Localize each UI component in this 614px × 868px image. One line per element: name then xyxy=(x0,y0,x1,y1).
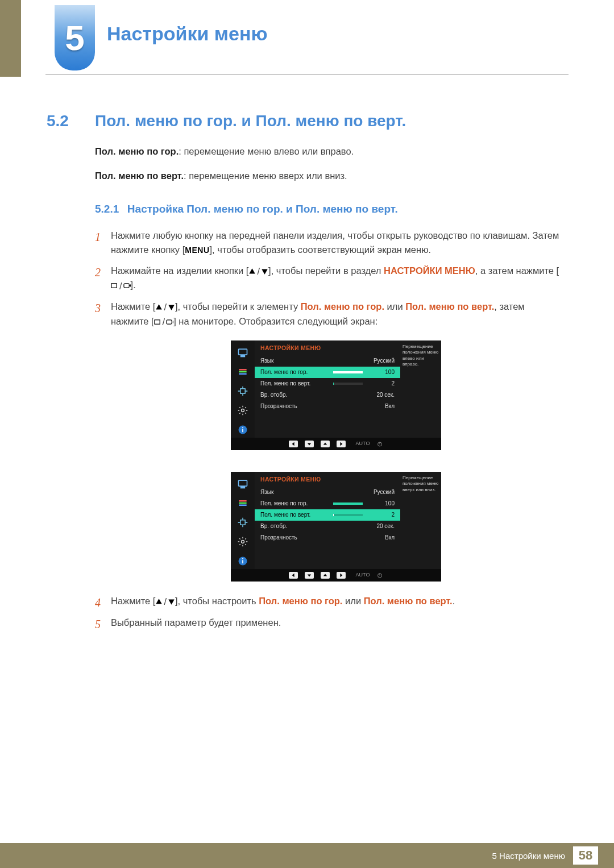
osd-label: Вр. отобр. xyxy=(260,522,329,530)
step3-b: ], чтобы перейти к элементу xyxy=(175,301,301,312)
chapter-title: Настройки меню xyxy=(107,23,267,45)
updown-icon: / xyxy=(155,300,175,314)
svg-rect-27 xyxy=(239,505,246,506)
picture-icon xyxy=(237,477,249,490)
nav-right-icon xyxy=(337,441,346,447)
osd-row-vpos: Пол. меню по верт.2 xyxy=(255,509,400,521)
osd-row-vpos: Пол. меню по верт.2 xyxy=(255,378,400,389)
osd-sidebar xyxy=(231,472,255,582)
osd-value: 20 сек. xyxy=(367,391,395,399)
step1-b: ], чтобы отобразить соответствующий экра… xyxy=(210,244,432,255)
intro-h-rest: : перемещение меню влево или вправо. xyxy=(179,146,354,156)
step2-a: Нажимайте на изделии кнопки [ xyxy=(111,265,248,276)
subsection-number: 5.2.1 xyxy=(95,203,119,215)
intro-vertical: Пол. меню по верт.: перемещение меню вве… xyxy=(95,169,561,183)
svg-rect-8 xyxy=(239,349,247,355)
step2-c: , а затем нажмите [ xyxy=(475,265,559,276)
step4-c: . xyxy=(453,596,455,606)
svg-marker-1 xyxy=(262,269,267,274)
step4-b: ], чтобы настроить xyxy=(175,596,259,606)
nav-left-icon xyxy=(289,441,298,447)
svg-marker-39 xyxy=(168,600,174,605)
svg-marker-5 xyxy=(168,305,174,310)
step3-or: или xyxy=(384,301,405,312)
step4-v: Пол. меню по верт. xyxy=(364,596,453,606)
svg-rect-3 xyxy=(124,284,129,288)
osd-value: Русский xyxy=(367,488,395,496)
osd-label: Пол. меню по верт. xyxy=(260,510,329,519)
chapter-tab: 5 xyxy=(55,5,95,70)
step5-text: Выбранный параметр будет применен. xyxy=(111,617,281,628)
osd-label: Пол. меню по верт. xyxy=(260,379,329,388)
osd-value: 2 xyxy=(367,379,395,388)
osd-row-lang: ЯзыкРусский xyxy=(255,487,400,498)
step-4: Нажмите [/], чтобы настроить Пол. меню п… xyxy=(95,594,561,609)
osd-value: 100 xyxy=(367,499,395,508)
svg-marker-35 xyxy=(323,574,326,576)
svg-rect-23 xyxy=(239,480,247,486)
body: Пол. меню по гор.: перемещение меню влев… xyxy=(95,144,561,637)
svg-rect-25 xyxy=(239,500,246,502)
step3-v: Пол. меню по верт. xyxy=(405,301,494,312)
nav-auto: AUTO xyxy=(356,571,370,579)
osd-sidebar xyxy=(231,340,255,450)
svg-marker-34 xyxy=(307,574,310,576)
osd-row-time: Вр. отобр.20 сек. xyxy=(255,521,400,532)
osd-title: НАСТРОЙКИ МЕНЮ xyxy=(255,340,400,355)
info-icon xyxy=(237,423,249,436)
osd-tip: Перемещение положения меню влево или впр… xyxy=(403,344,439,368)
osd-value: 20 сек. xyxy=(367,522,395,530)
section-title: Пол. меню по гор. и Пол. меню по верт. xyxy=(95,112,406,130)
svg-rect-7 xyxy=(167,320,172,324)
svg-point-29 xyxy=(242,541,244,543)
svg-rect-32 xyxy=(242,558,243,559)
osd-nav: AUTO xyxy=(231,438,441,450)
osd-main: НАСТРОЙКИ МЕНЮ ЯзыкРусский Пол. меню по … xyxy=(255,340,400,438)
nav-left-icon xyxy=(289,572,298,579)
step-5: Выбранный параметр будет применен. xyxy=(95,616,561,630)
svg-marker-4 xyxy=(156,305,162,310)
intro-horizontal: Пол. меню по гор.: перемещение меню влев… xyxy=(95,144,561,159)
power-icon xyxy=(376,568,383,583)
svg-rect-9 xyxy=(241,356,245,357)
step3-d: ] на мониторе. Отобразится следующий экр… xyxy=(173,316,377,326)
osd-vpos: НАСТРОЙКИ МЕНЮ ЯзыкРусский Пол. меню по … xyxy=(231,472,441,582)
intro-v-rest: : перемещение меню вверх или вниз. xyxy=(184,171,347,181)
osd-screenshots: НАСТРОЙКИ МЕНЮ ЯзыкРусский Пол. меню по … xyxy=(111,340,561,582)
color-icon xyxy=(237,497,249,509)
color-icon xyxy=(237,366,249,378)
svg-rect-31 xyxy=(242,560,243,563)
svg-marker-19 xyxy=(307,443,310,445)
svg-rect-2 xyxy=(111,284,117,288)
osd-label: Пол. меню по гор. xyxy=(260,368,329,376)
svg-rect-11 xyxy=(239,371,246,373)
osd-row-time: Вр. отобр.20 сек. xyxy=(255,389,400,401)
osd-slider xyxy=(333,514,363,516)
osd-label: Прозрачность xyxy=(260,533,329,542)
nav-up-icon xyxy=(321,572,330,579)
page: 5 Настройки меню 5.2 Пол. меню по гор. и… xyxy=(0,0,614,868)
svg-rect-17 xyxy=(242,427,243,428)
svg-rect-12 xyxy=(239,373,246,375)
osd-label: Пол. меню по гор. xyxy=(260,499,329,508)
step-1: Нажмите любую кнопку на передней панели … xyxy=(95,229,561,257)
footer-page-number: 58 xyxy=(573,846,598,865)
picture-icon xyxy=(237,346,249,359)
osd-row-lang: ЯзыкРусский xyxy=(255,355,400,367)
section-number: 5.2 xyxy=(47,112,69,130)
svg-marker-38 xyxy=(156,599,162,604)
chapter-number: 5 xyxy=(65,18,84,58)
step2-b: ], чтобы перейти в раздел xyxy=(268,265,384,276)
nav-right-icon xyxy=(337,572,346,579)
osd-row-transp: ПрозрачностьВкл xyxy=(255,532,400,543)
osd-label: Язык xyxy=(260,488,329,496)
enter-source-icon: / xyxy=(154,315,174,329)
osd-value: 2 xyxy=(367,510,395,519)
settings-icon xyxy=(237,535,249,548)
osd-hpos: НАСТРОЙКИ МЕНЮ ЯзыкРусский Пол. меню по … xyxy=(231,340,441,450)
step4-a: Нажмите [ xyxy=(111,596,155,606)
subsection-title: Настройка Пол. меню по гор. и Пол. меню … xyxy=(127,203,398,215)
menu-chip: MENU xyxy=(185,246,209,255)
svg-marker-36 xyxy=(340,574,342,577)
nav-down-icon xyxy=(305,441,314,447)
